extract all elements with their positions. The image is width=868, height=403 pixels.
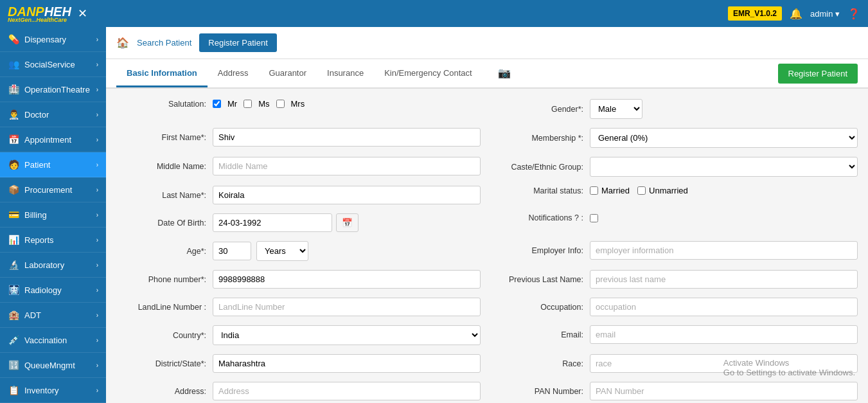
- membership-select[interactable]: General (0%): [590, 128, 858, 148]
- chevron-icon: ›: [96, 312, 98, 319]
- top-bar-left: DANPHEH NextGen...HealthCare ✕: [8, 4, 87, 23]
- calendar-button[interactable]: 📅: [336, 213, 359, 232]
- sidebar-item-adt[interactable]: 🏨ADT ›: [0, 303, 106, 328]
- sidebar-item-procurement[interactable]: 📦Procurement ›: [0, 177, 106, 202]
- dob-group: 📅: [213, 213, 359, 232]
- sidebar-item-billing[interactable]: 💳Billing ›: [0, 202, 106, 228]
- marital-group: Married Unmarried: [590, 186, 688, 195]
- col-marital: Marital status: Married Unmarried: [493, 186, 858, 195]
- occupation-input[interactable]: [590, 298, 858, 316]
- sidebar-item-reports[interactable]: 📊Reports ›: [0, 228, 106, 253]
- row-phone-prevlast: Phone number*: Previous Last Name:: [116, 270, 858, 289]
- row-landline-occupation: LandLine Number : Occupation:: [116, 298, 858, 316]
- chevron-icon: ›: [96, 161, 98, 168]
- unmarried-option: Unmarried: [637, 186, 688, 195]
- sidebar-item-doctor[interactable]: 👨‍⚕️Doctor ›: [0, 102, 106, 127]
- app-logo: DANPHEH NextGen...HealthCare: [8, 4, 71, 23]
- address-input[interactable]: [213, 382, 481, 400]
- row-salutation-gender: Salutation: Mr Ms Mrs Gender*: Male Fema: [116, 99, 858, 119]
- landline-input[interactable]: [213, 298, 481, 316]
- sidebar-item-operation-theatre[interactable]: 🏥OperationTheatre ›: [0, 77, 106, 102]
- search-patient-link[interactable]: Search Patient: [137, 38, 191, 48]
- tab-kin-emergency[interactable]: Kin/Emergency Contact: [374, 60, 483, 87]
- pan-label: PAN Number:: [493, 387, 583, 396]
- salutation-label: Salutation:: [116, 100, 206, 109]
- sidebar-item-social-service[interactable]: 👥SocialService ›: [0, 52, 106, 77]
- phone-input[interactable]: [213, 270, 481, 289]
- col-race: Race:: [493, 354, 858, 373]
- chevron-icon: ›: [96, 362, 98, 369]
- tabs-bar: Basic Information Address Guarantor Insu…: [106, 59, 868, 89]
- pan-input[interactable]: [590, 382, 858, 400]
- notifications-checkbox[interactable]: [590, 214, 598, 222]
- race-input[interactable]: [590, 354, 858, 373]
- country-select[interactable]: India: [213, 325, 481, 345]
- col-district: District/State*:: [116, 354, 481, 373]
- married-checkbox[interactable]: [590, 186, 598, 195]
- caste-select[interactable]: [590, 157, 858, 177]
- tab-insurance[interactable]: Insurance: [317, 60, 374, 87]
- dob-input[interactable]: [213, 213, 332, 232]
- age-label: Age*:: [116, 247, 206, 256]
- chevron-icon: ›: [96, 86, 98, 93]
- help-icon[interactable]: ❓: [847, 8, 860, 20]
- col-phone: Phone number*:: [116, 270, 481, 289]
- notifications-label: Notifications ? :: [493, 213, 583, 222]
- procurement-icon: 📦: [8, 184, 19, 195]
- radiology-icon: 🩻: [8, 284, 19, 296]
- age-unit-select[interactable]: Years Months Days: [256, 241, 308, 261]
- chevron-icon: ›: [96, 262, 98, 269]
- sidebar-item-appointment[interactable]: 📅Appointment ›: [0, 127, 106, 152]
- doctor-icon: 👨‍⚕️: [8, 109, 19, 120]
- social-service-icon: 👥: [8, 58, 19, 70]
- unmarried-checkbox[interactable]: [637, 186, 646, 195]
- sidebar-item-patient[interactable]: 🧑Patient ›: [0, 152, 106, 177]
- race-label: Race:: [493, 359, 583, 368]
- tab-guarantor[interactable]: Guarantor: [259, 60, 317, 87]
- col-notifications: Notifications ? :: [493, 213, 858, 222]
- main-layout: 💊Dispensary › 👥SocialService › 🏥Operatio…: [0, 27, 868, 403]
- last-name-input[interactable]: [213, 186, 481, 204]
- register-patient-breadcrumb-button[interactable]: Register Patient: [199, 33, 277, 52]
- first-name-input[interactable]: [213, 128, 481, 147]
- form-area: Salutation: Mr Ms Mrs Gender*: Male Fema: [106, 89, 868, 403]
- gender-select[interactable]: Male Female Other: [590, 99, 642, 119]
- age-input[interactable]: [213, 242, 251, 260]
- tab-basic-information[interactable]: Basic Information: [116, 60, 208, 87]
- admin-menu[interactable]: admin ▾: [810, 9, 840, 19]
- queue-icon: 🔢: [8, 359, 19, 371]
- camera-icon[interactable]: 📷: [488, 59, 521, 89]
- bell-icon[interactable]: 🔔: [790, 8, 802, 20]
- version-badge: EMR_V1.0.2: [728, 6, 782, 21]
- prev-last-name-input[interactable]: [590, 270, 858, 289]
- close-button[interactable]: ✕: [78, 6, 87, 21]
- sidebar-item-queue-mgmt[interactable]: 🔢QueueMngmt ›: [0, 353, 106, 378]
- col-caste: Caste/Ethnic Group:: [493, 157, 858, 177]
- chevron-icon: ›: [96, 36, 98, 43]
- salutation-mrs-checkbox[interactable]: [276, 100, 285, 108]
- register-patient-tab-button[interactable]: Register Patient: [778, 64, 858, 84]
- middle-name-input[interactable]: [213, 157, 481, 175]
- sidebar-item-laboratory[interactable]: 🔬Laboratory ›: [0, 253, 106, 278]
- sidebar-item-inventory[interactable]: 📋Inventory ›: [0, 378, 106, 403]
- vaccination-icon: 💉: [8, 334, 19, 346]
- chevron-icon: ›: [96, 237, 98, 244]
- sidebar-item-radiology[interactable]: 🩻Radiology ›: [0, 278, 106, 303]
- col-last-name: Last Name*:: [116, 186, 481, 204]
- sidebar-item-dispensary[interactable]: 💊Dispensary ›: [0, 27, 106, 52]
- district-input[interactable]: [213, 354, 481, 373]
- chevron-icon: ›: [96, 287, 98, 294]
- landline-label: LandLine Number :: [116, 303, 206, 312]
- gender-label: Gender*:: [493, 105, 583, 114]
- email-input[interactable]: [590, 325, 858, 344]
- tab-address[interactable]: Address: [208, 60, 259, 87]
- col-employer: Employer Info:: [493, 241, 858, 260]
- sidebar-item-vaccination[interactable]: 💉Vaccination ›: [0, 328, 106, 353]
- col-prev-last-name: Previous Last Name:: [493, 270, 858, 289]
- caste-label: Caste/Ethnic Group:: [493, 163, 583, 172]
- home-icon[interactable]: 🏠: [116, 37, 129, 49]
- salutation-ms-checkbox[interactable]: [244, 100, 252, 108]
- row-firstname-membership: First Name*: Membership *: General (0%): [116, 128, 858, 148]
- employer-input[interactable]: [590, 241, 858, 260]
- salutation-mr-checkbox[interactable]: [213, 100, 221, 108]
